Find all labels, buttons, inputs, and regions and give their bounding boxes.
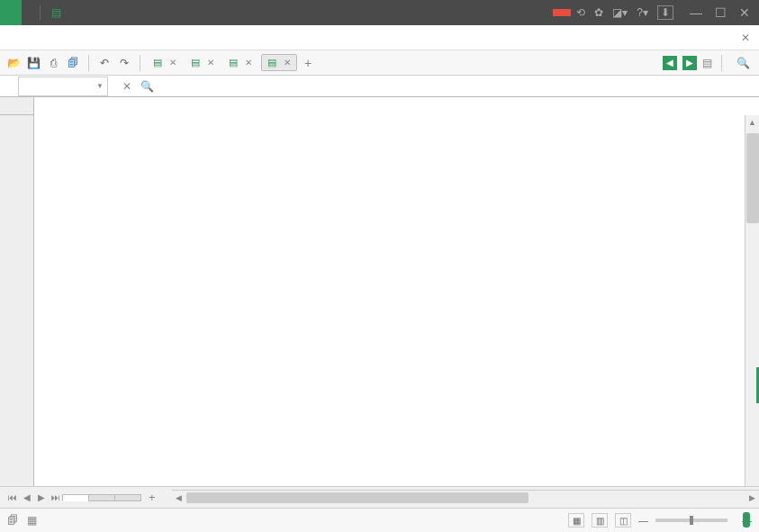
download-icon[interactable]: ⬇ — [657, 5, 673, 20]
status-grid-icon[interactable]: ▦ — [27, 514, 37, 527]
sheet-nav-last[interactable]: ⏭ — [49, 490, 63, 506]
menu-cloud[interactable] — [180, 32, 202, 43]
spreadsheet: ▲ ▼ — [0, 97, 759, 508]
close-icon[interactable]: ✕ — [245, 58, 252, 68]
menu-smart[interactable] — [202, 32, 223, 43]
new-tab-button[interactable]: + — [301, 56, 315, 70]
menu-data[interactable] — [94, 32, 115, 43]
vertical-scrollbar[interactable]: ▲ ▼ — [745, 115, 759, 508]
doc-tab-icon: ▤ — [191, 57, 200, 68]
doc-tab-2[interactable]: ▤✕ — [185, 55, 220, 70]
doc-tab-icon: ▤ — [153, 57, 162, 68]
view-break-button[interactable]: ◫ — [615, 513, 631, 527]
nav-right-icon[interactable]: ▶ — [682, 56, 697, 70]
sheet-tabs: ⏮ ◀ ▶ ⏭ + ◀ ▶ — [0, 486, 759, 508]
select-all-corner[interactable] — [0, 97, 34, 115]
doc-icon: ▤ — [51, 6, 61, 19]
help-icon[interactable]: ?▾ — [637, 6, 648, 19]
row-headers — [0, 115, 34, 508]
doc-tab-4[interactable]: ▤✕ — [261, 54, 297, 71]
name-box[interactable]: ▼ — [18, 77, 108, 96]
gear-icon[interactable]: ✿ — [594, 6, 603, 19]
menu-review[interactable] — [115, 32, 137, 43]
sheet-nav-first[interactable]: ⏮ — [5, 490, 20, 506]
menu-layout[interactable] — [50, 32, 72, 43]
overflow-icon[interactable]: ▤ — [702, 57, 712, 69]
login-button[interactable] — [553, 9, 571, 16]
maximize-button[interactable]: ☐ — [715, 5, 727, 20]
view-page-button[interactable]: ▥ — [592, 513, 608, 527]
scrollbar-thumb[interactable] — [186, 492, 529, 503]
status-bar: 🗐 ▦ ▦ ▥ ◫ — — — [0, 508, 759, 532]
chevron-down-icon[interactable]: ▼ — [96, 82, 104, 90]
scroll-up-icon[interactable]: ▲ — [745, 115, 759, 130]
menu-close-icon[interactable]: ✕ — [732, 32, 759, 44]
menu-start[interactable] — [7, 32, 29, 43]
formula-input[interactable] — [174, 77, 759, 96]
menu-view[interactable] — [137, 32, 158, 43]
menu-formula[interactable] — [72, 32, 94, 43]
minimize-button[interactable]: — — [690, 5, 702, 20]
undo-icon[interactable]: ↶ — [96, 55, 113, 71]
sheet-tab-1[interactable] — [62, 494, 89, 501]
open-icon[interactable]: 📂 — [5, 55, 22, 71]
zoom-slider[interactable] — [655, 518, 727, 522]
doc-tab-3[interactable]: ▤✕ — [223, 55, 258, 70]
sheet-tab-3[interactable] — [114, 494, 141, 501]
cancel-formula-icon[interactable]: ✕ — [122, 80, 131, 93]
redo-icon[interactable]: ↷ — [116, 55, 132, 71]
watermark — [743, 512, 752, 528]
status-doc-icon[interactable]: 🗐 — [7, 514, 18, 527]
search-formula-icon[interactable]: 🔍 — [140, 80, 154, 93]
zoom-out-button[interactable]: — — [638, 515, 648, 526]
app-logo — [0, 0, 22, 25]
preview-icon[interactable]: 🗐 — [65, 55, 81, 71]
horizontal-scrollbar[interactable] — [186, 491, 745, 506]
scroll-left-icon[interactable]: ◀ — [172, 491, 186, 506]
save-icon[interactable]: 💾 — [25, 55, 41, 71]
close-button[interactable]: ✕ — [739, 5, 750, 20]
menu-dev[interactable] — [158, 32, 180, 43]
view-normal-button[interactable]: ▦ — [568, 513, 584, 527]
search-icon: 🔍 — [736, 57, 750, 69]
doc-tab-1[interactable]: ▤✕ — [148, 55, 182, 70]
doc-tab-icon: ▤ — [229, 57, 238, 68]
sync-icon[interactable]: ⟲ — [576, 6, 585, 19]
title-bar: ▤ ⟲ ✿ ◪▾ ?▾ ⬇ — ☐ ✕ — [0, 0, 759, 25]
nav-left-icon[interactable]: ◀ — [663, 56, 677, 70]
scroll-right-icon[interactable]: ▶ — [745, 491, 759, 506]
close-icon[interactable]: ✕ — [207, 58, 214, 68]
print-icon[interactable]: ⎙ — [45, 55, 61, 71]
search-box[interactable]: 🔍 — [731, 57, 754, 69]
sheet-nav-prev[interactable]: ◀ — [20, 490, 34, 506]
skin-icon[interactable]: ◪▾ — [612, 6, 628, 19]
sheet-nav-next[interactable]: ▶ — [34, 490, 49, 506]
formula-bar: ▼ ✕ 🔍 — [0, 76, 759, 97]
toolbar: 📂 💾 ⎙ 🗐 ↶ ↷ ▤✕ ▤✕ ▤✕ ▤✕ + ◀ ▶ ▤ 🔍 — [0, 50, 759, 76]
add-sheet-button[interactable]: + — [141, 488, 163, 507]
scrollbar-thumb[interactable] — [746, 133, 759, 223]
menu-bar: ✕ — [0, 25, 759, 50]
doc-tab-icon: ▤ — [267, 57, 276, 68]
sheet-tab-2[interactable] — [88, 494, 115, 501]
close-icon[interactable]: ✕ — [169, 58, 176, 68]
close-icon[interactable]: ✕ — [284, 58, 291, 68]
menu-insert[interactable] — [29, 32, 50, 43]
